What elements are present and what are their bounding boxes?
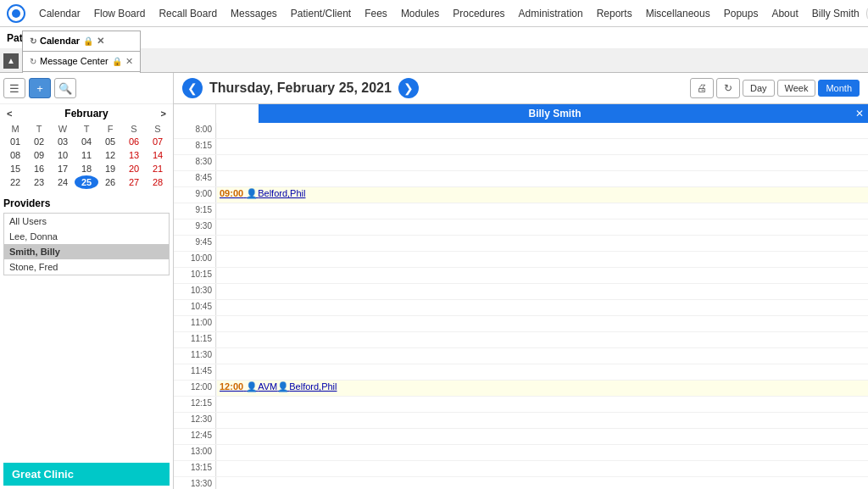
nav-item-patient-client[interactable]: Patient/Client <box>284 0 358 27</box>
cal-time-label: 10:45 <box>174 300 216 315</box>
mini-cal-day[interactable]: 15 <box>3 162 27 175</box>
cal-event[interactable]: 09:00 👤Belford,Phil <box>217 187 868 200</box>
close-provider-btn[interactable]: ✕ <box>851 104 868 123</box>
tab-close-message-center[interactable]: ✕ <box>125 56 133 67</box>
cal-time-label: 13:15 <box>174 461 216 476</box>
cal-cell[interactable] <box>216 477 868 489</box>
mini-cal-day[interactable]: 16 <box>27 162 51 175</box>
cal-time-label: 8:00 <box>174 123 216 138</box>
cal-cell[interactable] <box>216 461 868 476</box>
view-btn-week[interactable]: Week <box>777 80 816 97</box>
next-day-button[interactable]: ❯ <box>398 78 419 98</box>
mini-cal-day[interactable]: 08 <box>3 148 27 162</box>
nav-item-about[interactable]: About <box>765 0 804 27</box>
nav-item-administration[interactable]: Administration <box>512 0 590 27</box>
cal-cell[interactable]: 12:00 👤AVM👤Belford,Phil <box>216 381 868 396</box>
view-buttons: 🖨 ↻ DayWeekMonth <box>690 78 860 98</box>
tab-calendar[interactable]: ↻ Calendar 🔒 ✕ <box>22 31 141 51</box>
nav-item-procedures[interactable]: Procedures <box>446 0 511 27</box>
cal-cell[interactable] <box>216 397 868 412</box>
mini-cal-day[interactable]: 17 <box>51 162 75 175</box>
menu-button[interactable]: ☰ <box>3 78 25 98</box>
mini-cal-day[interactable]: 12 <box>98 148 122 162</box>
mini-cal-day[interactable]: 09 <box>27 148 51 162</box>
cal-cell[interactable] <box>216 316 868 331</box>
cal-cell[interactable] <box>216 219 868 235</box>
mini-cal-day[interactable]: 10 <box>51 148 75 162</box>
cal-cell[interactable] <box>216 236 868 251</box>
prev-month-btn[interactable]: < <box>3 108 15 119</box>
nav-item-reports[interactable]: Reports <box>590 0 639 27</box>
mini-cal-day[interactable]: 05 <box>98 135 122 148</box>
mini-cal-day[interactable]: 02 <box>27 135 51 148</box>
cal-cell[interactable] <box>216 123 868 138</box>
tab-close-calendar[interactable]: ✕ <box>97 36 104 47</box>
cal-cell[interactable] <box>216 348 868 364</box>
mini-cal-day[interactable]: 25 <box>75 175 98 189</box>
calendar-grid-container[interactable]: Billy Smith ✕ 8:008:158:308:459:0009:00 … <box>174 104 868 489</box>
cal-cell[interactable] <box>216 300 868 315</box>
view-btn-day[interactable]: Day <box>743 80 775 97</box>
mini-cal-day[interactable]: 21 <box>146 162 170 175</box>
nav-item-modules[interactable]: Modules <box>394 0 446 27</box>
cal-cell[interactable] <box>216 284 868 299</box>
nav-item-fees[interactable]: Fees <box>358 0 394 27</box>
mini-cal-day[interactable]: 23 <box>27 175 51 189</box>
cal-cell[interactable] <box>216 252 868 267</box>
mini-cal-day[interactable]: 14 <box>146 148 170 162</box>
mini-cal-day[interactable]: 18 <box>75 162 98 175</box>
mini-cal-table: MTWTFSS010203040506070809101112131415161… <box>3 123 170 189</box>
cal-cell[interactable] <box>216 445 868 460</box>
mini-cal-day[interactable]: 13 <box>122 148 146 162</box>
mini-cal-day[interactable]: 20 <box>122 162 146 175</box>
mini-cal-day[interactable]: 04 <box>75 135 98 148</box>
cal-cell[interactable] <box>216 429 868 444</box>
cal-cell[interactable] <box>216 268 868 283</box>
clinic-badge[interactable]: Great Clinic <box>3 463 170 486</box>
mini-cal-day[interactable]: 19 <box>98 162 122 175</box>
mini-cal-header: < February > <box>3 108 170 119</box>
nav-item-messages[interactable]: Messages <box>224 0 284 27</box>
cal-cell[interactable] <box>216 171 868 186</box>
print-button[interactable]: 🖨 <box>690 78 714 98</box>
tab-message-center[interactable]: ↻ Message Center 🔒 ✕ <box>22 51 141 71</box>
provider-item[interactable]: Smith, Billy <box>4 244 169 259</box>
nav-item-popups[interactable]: Popups <box>717 0 765 27</box>
cal-cell[interactable] <box>216 139 868 154</box>
mini-cal-day[interactable]: 28 <box>146 175 170 189</box>
prev-day-button[interactable]: ❮ <box>182 78 203 98</box>
cal-event[interactable]: 12:00 👤AVM👤Belford,Phil <box>217 381 868 393</box>
view-btns-container: DayWeekMonth <box>743 80 860 97</box>
mini-cal-day[interactable]: 24 <box>51 175 75 189</box>
mini-cal-day[interactable]: 27 <box>122 175 146 189</box>
tab-bar: ▲ ↻ Calendar 🔒 ✕↻ Message Center 🔒 ✕↻ Us… <box>0 49 868 73</box>
cal-cell[interactable] <box>216 364 868 380</box>
mini-cal-day[interactable]: 11 <box>75 148 98 162</box>
nav-item-miscellaneous[interactable]: Miscellaneous <box>639 0 717 27</box>
provider-item[interactable]: Lee, Donna <box>4 229 169 244</box>
cal-cell[interactable]: 09:00 👤Belford,Phil <box>216 187 868 203</box>
refresh-button[interactable]: ↻ <box>716 78 740 98</box>
add-button[interactable]: + <box>29 78 51 98</box>
next-month-btn[interactable]: > <box>158 108 170 119</box>
provider-item[interactable]: Stone, Fred <box>4 259 169 275</box>
cal-cell[interactable] <box>216 413 868 428</box>
nav-item-user[interactable]: Billy Smith <box>805 0 866 27</box>
cal-cell[interactable] <box>216 155 868 170</box>
search-cal-button[interactable]: 🔍 <box>54 78 76 98</box>
cal-cell[interactable] <box>216 332 868 347</box>
nav-item-calendar[interactable]: Calendar <box>32 0 87 27</box>
mini-cal-day[interactable]: 03 <box>51 135 75 148</box>
mini-cal-day[interactable]: 01 <box>3 135 27 148</box>
cal-cell[interactable] <box>216 203 868 219</box>
nav-item-flow-board[interactable]: Flow Board <box>87 0 153 27</box>
mini-cal-day[interactable]: 26 <box>98 175 122 189</box>
view-btn-month[interactable]: Month <box>818 80 860 97</box>
mini-cal-day[interactable]: 07 <box>146 135 170 148</box>
providers-section: Providers All UsersLee, DonnaSmith, Bill… <box>0 192 173 458</box>
mini-cal-day[interactable]: 22 <box>3 175 27 189</box>
provider-item[interactable]: All Users <box>4 214 169 229</box>
mini-cal-day[interactable]: 06 <box>122 135 146 148</box>
nav-item-recall-board[interactable]: Recall Board <box>152 0 224 27</box>
tab-scroll-arrow[interactable]: ▲ <box>3 53 19 69</box>
